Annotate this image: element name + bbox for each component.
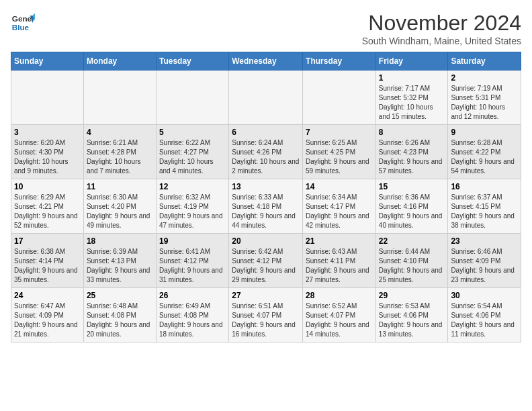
day-info: Sunrise: 6:39 AM Sunset: 4:13 PM Dayligh…	[87, 247, 153, 285]
day-info: Sunrise: 6:53 AM Sunset: 4:06 PM Dayligh…	[379, 302, 445, 339]
day-number: 14	[306, 182, 373, 191]
day-header-friday: Friday	[375, 52, 448, 71]
header: General Blue November 2024 South Windham…	[11, 11, 521, 46]
day-info: Sunrise: 6:24 AM Sunset: 4:26 PM Dayligh…	[232, 138, 300, 176]
day-number: 20	[232, 236, 300, 246]
calendar-cell	[303, 71, 376, 125]
calendar-cell: 30Sunrise: 6:54 AM Sunset: 4:06 PM Dayli…	[448, 288, 521, 342]
day-info: Sunrise: 6:26 AM Sunset: 4:23 PM Dayligh…	[379, 138, 445, 176]
calendar-cell: 19Sunrise: 6:41 AM Sunset: 4:12 PM Dayli…	[156, 234, 228, 288]
day-number: 24	[14, 291, 81, 300]
calendar-cell: 12Sunrise: 6:32 AM Sunset: 4:19 PM Dayli…	[156, 179, 228, 234]
day-number: 17	[14, 236, 81, 246]
day-info: Sunrise: 6:20 AM Sunset: 4:30 PM Dayligh…	[14, 138, 81, 176]
day-header-tuesday: Tuesday	[156, 52, 228, 71]
calendar-table: SundayMondayTuesdayWednesdayThursdayFrid…	[11, 52, 521, 342]
day-info: Sunrise: 6:46 AM Sunset: 4:09 PM Dayligh…	[451, 247, 518, 285]
calendar-cell: 18Sunrise: 6:39 AM Sunset: 4:13 PM Dayli…	[83, 234, 156, 288]
day-info: Sunrise: 6:37 AM Sunset: 4:15 PM Dayligh…	[451, 193, 518, 230]
day-number: 19	[159, 236, 226, 246]
day-info: Sunrise: 7:19 AM Sunset: 5:31 PM Dayligh…	[451, 84, 518, 122]
day-info: Sunrise: 6:43 AM Sunset: 4:11 PM Dayligh…	[306, 247, 373, 285]
day-number: 3	[14, 128, 81, 137]
calendar-cell: 22Sunrise: 6:44 AM Sunset: 4:10 PM Dayli…	[375, 234, 448, 288]
calendar-header-row: SundayMondayTuesdayWednesdayThursdayFrid…	[11, 52, 521, 71]
day-number: 7	[306, 128, 373, 137]
day-number: 11	[87, 182, 153, 191]
day-info: Sunrise: 6:30 AM Sunset: 4:20 PM Dayligh…	[87, 193, 153, 230]
calendar-cell: 25Sunrise: 6:48 AM Sunset: 4:08 PM Dayli…	[83, 288, 156, 342]
calendar-cell: 13Sunrise: 6:33 AM Sunset: 4:18 PM Dayli…	[229, 179, 303, 234]
calendar-cell: 23Sunrise: 6:46 AM Sunset: 4:09 PM Dayli…	[448, 234, 521, 288]
calendar-cell	[229, 71, 303, 125]
calendar-cell: 8Sunrise: 6:26 AM Sunset: 4:23 PM Daylig…	[375, 125, 448, 179]
day-info: Sunrise: 6:42 AM Sunset: 4:12 PM Dayligh…	[232, 247, 300, 285]
calendar-cell: 27Sunrise: 6:51 AM Sunset: 4:07 PM Dayli…	[229, 288, 303, 342]
svg-text:Blue: Blue	[12, 23, 30, 32]
day-info: Sunrise: 6:34 AM Sunset: 4:17 PM Dayligh…	[306, 193, 373, 230]
calendar-cell: 10Sunrise: 6:29 AM Sunset: 4:21 PM Dayli…	[11, 179, 84, 234]
day-number: 21	[306, 236, 373, 246]
day-info: Sunrise: 6:44 AM Sunset: 4:10 PM Dayligh…	[379, 247, 445, 285]
day-number: 27	[232, 291, 300, 300]
day-number: 9	[451, 128, 518, 137]
calendar-cell: 3Sunrise: 6:20 AM Sunset: 4:30 PM Daylig…	[11, 125, 84, 179]
day-info: Sunrise: 6:54 AM Sunset: 4:06 PM Dayligh…	[451, 302, 518, 339]
day-info: Sunrise: 6:38 AM Sunset: 4:14 PM Dayligh…	[14, 247, 81, 285]
calendar-cell: 24Sunrise: 6:47 AM Sunset: 4:09 PM Dayli…	[11, 288, 84, 342]
day-number: 5	[159, 128, 226, 137]
day-number: 29	[379, 291, 445, 300]
calendar-cell: 9Sunrise: 6:28 AM Sunset: 4:22 PM Daylig…	[448, 125, 521, 179]
day-info: Sunrise: 6:41 AM Sunset: 4:12 PM Dayligh…	[159, 247, 226, 285]
calendar-cell	[11, 71, 84, 125]
day-number: 2	[451, 73, 518, 83]
calendar-cell: 15Sunrise: 6:36 AM Sunset: 4:16 PM Dayli…	[375, 179, 448, 234]
day-info: Sunrise: 7:17 AM Sunset: 5:32 PM Dayligh…	[379, 84, 445, 122]
calendar-cell: 1Sunrise: 7:17 AM Sunset: 5:32 PM Daylig…	[375, 71, 448, 125]
day-number: 6	[232, 128, 300, 137]
main-title: November 2024	[362, 11, 521, 36]
calendar-cell: 5Sunrise: 6:22 AM Sunset: 4:27 PM Daylig…	[156, 125, 228, 179]
day-number: 28	[306, 291, 373, 300]
calendar-cell: 6Sunrise: 6:24 AM Sunset: 4:26 PM Daylig…	[229, 125, 303, 179]
day-info: Sunrise: 6:36 AM Sunset: 4:16 PM Dayligh…	[379, 193, 445, 230]
calendar-cell: 14Sunrise: 6:34 AM Sunset: 4:17 PM Dayli…	[303, 179, 376, 234]
logo: General Blue	[11, 11, 35, 35]
week-row-5: 24Sunrise: 6:47 AM Sunset: 4:09 PM Dayli…	[11, 288, 521, 342]
calendar-cell: 20Sunrise: 6:42 AM Sunset: 4:12 PM Dayli…	[229, 234, 303, 288]
day-info: Sunrise: 6:28 AM Sunset: 4:22 PM Dayligh…	[451, 138, 518, 176]
day-number: 16	[451, 182, 518, 191]
calendar-cell: 21Sunrise: 6:43 AM Sunset: 4:11 PM Dayli…	[303, 234, 376, 288]
day-header-monday: Monday	[83, 52, 156, 71]
day-number: 23	[451, 236, 518, 246]
calendar-cell: 4Sunrise: 6:21 AM Sunset: 4:28 PM Daylig…	[83, 125, 156, 179]
calendar-cell: 17Sunrise: 6:38 AM Sunset: 4:14 PM Dayli…	[11, 234, 84, 288]
day-info: Sunrise: 6:29 AM Sunset: 4:21 PM Dayligh…	[14, 193, 81, 230]
day-info: Sunrise: 6:32 AM Sunset: 4:19 PM Dayligh…	[159, 193, 226, 230]
day-info: Sunrise: 6:47 AM Sunset: 4:09 PM Dayligh…	[14, 302, 81, 339]
day-number: 18	[87, 236, 153, 246]
day-info: Sunrise: 6:21 AM Sunset: 4:28 PM Dayligh…	[87, 138, 153, 176]
calendar-cell: 2Sunrise: 7:19 AM Sunset: 5:31 PM Daylig…	[448, 71, 521, 125]
calendar-cell: 29Sunrise: 6:53 AM Sunset: 4:06 PM Dayli…	[375, 288, 448, 342]
day-header-saturday: Saturday	[448, 52, 521, 71]
day-info: Sunrise: 6:49 AM Sunset: 4:08 PM Dayligh…	[159, 302, 226, 339]
day-number: 10	[14, 182, 81, 191]
day-info: Sunrise: 6:51 AM Sunset: 4:07 PM Dayligh…	[232, 302, 300, 339]
calendar-cell: 26Sunrise: 6:49 AM Sunset: 4:08 PM Dayli…	[156, 288, 228, 342]
day-header-sunday: Sunday	[11, 52, 84, 71]
day-number: 30	[451, 291, 518, 300]
week-row-1: 1Sunrise: 7:17 AM Sunset: 5:32 PM Daylig…	[11, 71, 521, 125]
day-info: Sunrise: 6:25 AM Sunset: 4:25 PM Dayligh…	[306, 138, 373, 176]
day-number: 13	[232, 182, 300, 191]
subtitle: South Windham, Maine, United States	[362, 36, 521, 46]
day-info: Sunrise: 6:52 AM Sunset: 4:07 PM Dayligh…	[306, 302, 373, 339]
day-header-wednesday: Wednesday	[229, 52, 303, 71]
day-info: Sunrise: 6:22 AM Sunset: 4:27 PM Dayligh…	[159, 138, 226, 176]
day-number: 12	[159, 182, 226, 191]
calendar-cell: 11Sunrise: 6:30 AM Sunset: 4:20 PM Dayli…	[83, 179, 156, 234]
day-info: Sunrise: 6:33 AM Sunset: 4:18 PM Dayligh…	[232, 193, 300, 230]
day-header-thursday: Thursday	[303, 52, 376, 71]
title-area: November 2024 South Windham, Maine, Unit…	[362, 11, 521, 46]
day-number: 26	[159, 291, 226, 300]
